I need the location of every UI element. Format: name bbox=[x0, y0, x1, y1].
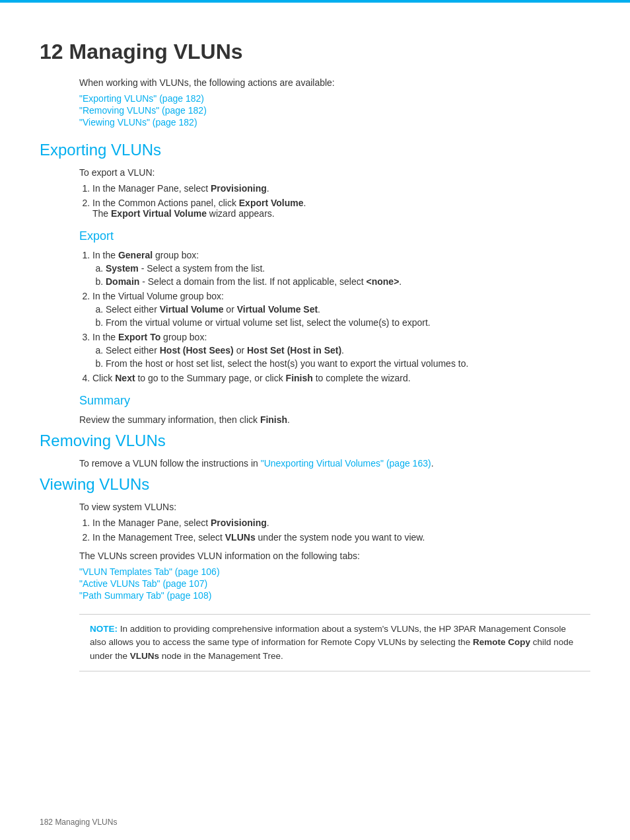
export-substep-1a: System - Select a system from the list. bbox=[106, 263, 590, 274]
exporting-steps: In the Manager Pane, select Provisioning… bbox=[92, 183, 590, 219]
link-viewing[interactable]: "Viewing VLUNs" (page 182) bbox=[79, 117, 590, 128]
next-bold: Next bbox=[115, 373, 135, 383]
chapter-title: 12 Managing VLUNs bbox=[40, 40, 590, 64]
note-box: NOTE: In addition to providing comprehen… bbox=[79, 614, 590, 671]
viewing-step-2: In the Management Tree, select VLUNs und… bbox=[92, 532, 590, 543]
export-subsection-title: Export bbox=[79, 229, 590, 243]
export-substep-2a: Select either Virtual Volume or Virtual … bbox=[106, 304, 590, 315]
finish-bold-1: Finish bbox=[286, 373, 313, 383]
viewing-steps: In the Manager Pane, select Provisioning… bbox=[92, 517, 590, 543]
export-substep-1: In the General group box: System - Selec… bbox=[92, 250, 590, 287]
hostset-bold: Host Set (Host in Set) bbox=[247, 345, 341, 356]
export-substeps: In the General group box: System - Selec… bbox=[92, 250, 590, 383]
host-bold: Host (Host Sees) bbox=[160, 345, 234, 356]
summary-subsection-title: Summary bbox=[79, 394, 590, 408]
export-substep-3-subs: Select either Host (Host Sees) or Host S… bbox=[106, 345, 590, 369]
remote-copy-bold: Remote Copy bbox=[473, 637, 530, 647]
none-code: <none> bbox=[367, 276, 400, 287]
path-summary-link[interactable]: "Path Summary Tab" (page 108) bbox=[79, 590, 590, 601]
active-vluns-link[interactable]: "Active VLUNs Tab" (page 107) bbox=[79, 578, 590, 589]
export-substep-2: In the Virtual Volume group box: Select … bbox=[92, 291, 590, 328]
viewing-step2-bold: VLUNs bbox=[225, 532, 256, 543]
viewing-tabs-links: "VLUN Templates Tab" (page 106) "Active … bbox=[79, 566, 590, 601]
exporting-step1-bold: Provisioning bbox=[211, 183, 267, 194]
export-substep-3b: From the host or host set list, select t… bbox=[106, 358, 590, 369]
removing-section-title: Removing VLUNs bbox=[40, 432, 590, 450]
unexporting-link[interactable]: "Unexporting Virtual Volumes" (page 163) bbox=[261, 458, 431, 469]
viewing-step1-bold: Provisioning bbox=[211, 517, 267, 528]
removing-suffix: . bbox=[431, 458, 434, 469]
exportto-bold: Export To bbox=[118, 332, 160, 342]
export-substep-3a: Select either Host (Host Sees) or Host S… bbox=[106, 345, 590, 356]
viewing-step-1: In the Manager Pane, select Provisioning… bbox=[92, 517, 590, 528]
footer: 182 Managing VLUNs bbox=[40, 818, 117, 827]
export-substep-4: Click Next to go to the Summary page, or… bbox=[92, 373, 590, 383]
exporting-section-body: To export a VLUN: In the Manager Pane, s… bbox=[79, 167, 590, 425]
chapter-title-text: Managing VLUNs bbox=[69, 40, 242, 63]
exporting-section-title: Exporting VLUNs bbox=[40, 141, 590, 159]
wizard-name-bold: Export Virtual Volume bbox=[111, 208, 207, 219]
viewing-tabs-intro: The VLUNs screen provides VLUN informati… bbox=[79, 551, 590, 561]
export-substep-1-subs: System - Select a system from the list. … bbox=[106, 263, 590, 287]
footer-page-number: 182 bbox=[40, 818, 53, 827]
page-container: 12 Managing VLUNs When working with VLUN… bbox=[0, 0, 630, 840]
note-label: NOTE: bbox=[90, 624, 118, 634]
link-removing[interactable]: "Removing VLUNs" (page 182) bbox=[79, 105, 590, 116]
note-text: In addition to providing comprehensive i… bbox=[90, 624, 573, 661]
chapter-number: 12 bbox=[40, 40, 63, 63]
exporting-step-1: In the Manager Pane, select Provisioning… bbox=[92, 183, 590, 194]
intro-text: When working with VLUNs, the following a… bbox=[79, 77, 590, 88]
exporting-step-2: In the Common Actions panel, click Expor… bbox=[92, 198, 590, 219]
finish-bold-2: Finish bbox=[260, 414, 287, 425]
wizard-text: The Export Virtual Volume wizard appears… bbox=[92, 208, 275, 219]
export-substep-3: In the Export To group box: Select eithe… bbox=[92, 332, 590, 369]
removing-section-body: To remove a VLUN follow the instructions… bbox=[79, 458, 590, 469]
exporting-intro: To export a VLUN: bbox=[79, 167, 590, 178]
export-substep-2-subs: Select either Virtual Volume or Virtual … bbox=[106, 304, 590, 328]
exporting-step2-bold: Export Volume bbox=[239, 198, 304, 208]
general-bold: General bbox=[118, 250, 153, 260]
export-substep-2b: From the virtual volume or virtual volum… bbox=[106, 317, 590, 328]
vv-bold: Virtual Volume bbox=[160, 304, 224, 315]
removing-text: To remove a VLUN follow the instructions… bbox=[79, 458, 590, 469]
vvset-bold: Virtual Volume Set bbox=[237, 304, 318, 315]
domain-bold: Domain bbox=[106, 276, 139, 287]
link-exporting[interactable]: "Exporting VLUNs" (page 182) bbox=[79, 93, 590, 104]
system-bold: System bbox=[106, 263, 139, 274]
viewing-section-title: Viewing VLUNs bbox=[40, 475, 590, 494]
intro-links: "Exporting VLUNs" (page 182) "Removing V… bbox=[79, 93, 590, 128]
top-border bbox=[0, 0, 630, 3]
vlun-templates-link[interactable]: "VLUN Templates Tab" (page 106) bbox=[79, 566, 590, 577]
viewing-section-body: To view system VLUNs: In the Manager Pan… bbox=[79, 502, 590, 671]
footer-text: Managing VLUNs bbox=[55, 818, 117, 827]
export-substep-1b: Domain - Select a domain from the list. … bbox=[106, 276, 590, 287]
summary-text: Review the summary information, then cli… bbox=[79, 414, 590, 425]
viewing-intro: To view system VLUNs: bbox=[79, 502, 590, 512]
vluns-bold: VLUNs bbox=[130, 651, 159, 661]
